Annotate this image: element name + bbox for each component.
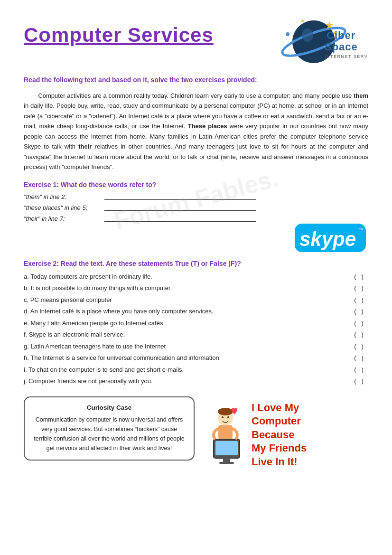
ex2-parens-f: ( ) xyxy=(349,330,368,339)
ex1-label-1: "them" in line 2: xyxy=(24,193,104,200)
curiosity-title: Curiosity Case xyxy=(33,404,185,411)
svg-point-2 xyxy=(302,28,313,42)
ex2-parens-a: ( ) xyxy=(349,272,368,282)
exercise2-title: Exercise 2: Read the text. Are these sta… xyxy=(24,260,368,267)
page-title: Computer Services xyxy=(24,24,214,47)
ex2-label-j: j. Computer friends are not personally w… xyxy=(24,376,349,386)
svg-text:skype: skype xyxy=(299,228,356,250)
svg-text:INTERNET SERVICE: INTERNET SERVICE xyxy=(325,54,368,59)
ex2-label-a: a. Today computers are present in ordina… xyxy=(24,272,349,282)
love-computer-area: I Love MyComputerBecauseMy FriendsLive I… xyxy=(204,396,368,474)
ex2-row-b: b. It is not possible to do many things … xyxy=(24,283,368,293)
header-row: Computer Services Ciber Space INTERNET S… xyxy=(24,19,368,66)
ex2-parens-j: ( ) xyxy=(349,376,368,386)
svg-point-19 xyxy=(218,408,233,415)
svg-rect-14 xyxy=(215,441,238,455)
ex2-row-f: f. Skype is an electronic mail service. … xyxy=(24,330,368,339)
ex2-parens-i: ( ) xyxy=(349,365,368,375)
ex1-answer-line-1[interactable] xyxy=(104,193,256,200)
instructions: Read the following text and based on it,… xyxy=(24,75,368,85)
exercise1-section: Exercise 1: What do these words refer to… xyxy=(24,181,368,222)
ex2-row-d: d. An Internet café is a place where you… xyxy=(24,307,368,316)
ex1-row-1: "them" in line 2: xyxy=(24,193,368,200)
ex2-parens-d: ( ) xyxy=(349,307,368,316)
ex1-label-2: "these places" in line 5: xyxy=(24,204,104,211)
skype-logo: skype ™ xyxy=(292,221,368,256)
ex2-row-h: h. The Internet is a service for univers… xyxy=(24,353,368,363)
ex2-label-h: h. The Internet is a service for univers… xyxy=(24,353,349,363)
svg-text:Space: Space xyxy=(325,41,358,53)
ciberspace-logo-svg: Ciber Space INTERNET SERVICE xyxy=(273,14,368,66)
svg-rect-17 xyxy=(218,425,233,439)
ex2-row-j: j. Computer friends are not personally w… xyxy=(24,376,368,386)
ex2-row-a: a. Today computers are present in ordina… xyxy=(24,272,368,282)
ex2-label-c: c. PC means personal computer xyxy=(24,295,349,305)
exercise1-title: Exercise 1: What do these words refer to… xyxy=(24,181,368,188)
svg-marker-5 xyxy=(301,19,305,23)
bottom-section: Curiosity Case Communication by computer… xyxy=(24,396,368,474)
ex2-row-e: e. Many Latin American people go to Inte… xyxy=(24,319,368,328)
ex2-parens-g: ( ) xyxy=(349,342,368,351)
text-bold-these-places: These places xyxy=(188,122,227,130)
ex2-label-d: d. An Internet café is a place where you… xyxy=(24,307,349,316)
skype-logo-svg: skype ™ xyxy=(292,221,368,254)
ex1-label-3: "their" in line 7: xyxy=(24,215,104,222)
ex2-label-e: e. Many Latin American people go to Inte… xyxy=(24,319,349,328)
svg-point-21 xyxy=(227,416,229,418)
ex2-row-i: i. To chat on the computer is to send an… xyxy=(24,365,368,375)
ex2-row-c: c. PC means personal computer ( ) xyxy=(24,295,368,305)
text-bold-their: their xyxy=(78,143,92,150)
svg-point-9 xyxy=(286,32,289,36)
exercise2-section: Exercise 2: Read the text. Are these sta… xyxy=(24,260,368,386)
ciberspace-logo: Ciber Space INTERNET SERVICE xyxy=(273,14,368,66)
ex2-parens-b: ( ) xyxy=(349,283,368,293)
ex2-parens-e: ( ) xyxy=(349,319,368,328)
svg-text:™: ™ xyxy=(359,227,364,233)
svg-rect-15 xyxy=(223,458,230,462)
ex2-label-i: i. To chat on the computer is to send an… xyxy=(24,365,349,375)
ex1-answer-line-2[interactable] xyxy=(104,204,256,211)
ex2-parens-h: ( ) xyxy=(349,353,368,363)
ex2-row-g: g. Latin American teenagers hate to use … xyxy=(24,342,368,351)
curiosity-text: Communication by computer is now univers… xyxy=(33,415,185,453)
ex2-label-b: b. It is not possible to do many things … xyxy=(24,283,349,293)
cartoon-character xyxy=(204,396,247,474)
ex1-answer-line-3[interactable] xyxy=(104,215,256,222)
svg-point-20 xyxy=(222,416,224,418)
page: Forum Fables. Computer Services Ciber Sp… xyxy=(24,19,368,474)
skype-logo-area: skype ™ xyxy=(24,221,368,256)
ex2-label-g: g. Latin American teenagers hate to use … xyxy=(24,342,349,351)
svg-rect-16 xyxy=(219,462,234,464)
text-bold-them: them xyxy=(354,92,368,99)
ex2-parens-c: ( ) xyxy=(349,295,368,305)
svg-text:Ciber: Ciber xyxy=(327,29,355,41)
text-part-1: Computer activities are a common reality… xyxy=(24,92,354,99)
love-computer-text: I Love MyComputerBecauseMy FriendsLive I… xyxy=(252,401,307,469)
ex1-row-3: "their" in line 7: xyxy=(24,215,368,222)
curiosity-box: Curiosity Case Communication by computer… xyxy=(24,396,195,461)
cartoon-svg xyxy=(204,396,247,472)
ex1-row-2: "these places" in line 5: xyxy=(24,204,368,211)
ex2-label-f: f. Skype is an electronic mail service. xyxy=(24,330,349,339)
main-text: Computer activities are a common reality… xyxy=(24,91,368,172)
